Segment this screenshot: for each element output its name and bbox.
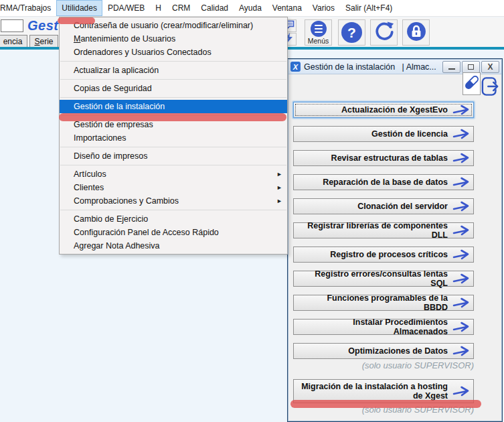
menu-separator	[60, 97, 286, 98]
action-button-actualizacion[interactable]: Actualización de XgestEvo	[293, 102, 474, 118]
menubar-item-ayuda[interactable]: Ayuda	[234, 0, 267, 16]
action-button-registro[interactable]: Registro de procesos críticos	[293, 247, 474, 263]
toolbar-input[interactable]	[1, 19, 23, 32]
menubar-item-varios[interactable]: Varios	[307, 0, 340, 16]
arrow-right-icon	[452, 273, 470, 284]
submenu-arrow-icon: ►	[276, 181, 282, 194]
app-root: RMA/TrabajosUtilidadesPDA/WEBHCRMCalidad…	[0, 0, 504, 422]
menu-separator	[60, 165, 286, 165]
gestion-instalacion-window: X Gestión de la instalación | Almac... X…	[287, 58, 503, 422]
menubar-item-ventana[interactable]: Ventana	[267, 0, 307, 16]
action-button-label: Clonación del servidor	[357, 202, 448, 211]
minimize-icon	[448, 68, 455, 70]
action-button-list: Actualización de XgestEvoGestión de lice…	[293, 102, 474, 422]
menu-bar: RMA/TrabajosUtilidadesPDA/WEBHCRMCalidad…	[0, 0, 504, 17]
close-icon: X	[487, 63, 493, 71]
menus-button[interactable]: Menús	[305, 19, 332, 46]
menu-item-mantenimiento-de-usuarios[interactable]: Mantenimiento de Usuarios	[60, 32, 287, 46]
action-button-clonacion[interactable]: Clonación del servidor	[293, 198, 474, 214]
lock-button[interactable]	[402, 19, 430, 46]
menu-item-actualizar-la-aplicacion[interactable]: Actualizar la aplicación	[60, 64, 287, 77]
page-title-partial: Gest	[27, 18, 58, 33]
maximize-button[interactable]	[462, 61, 480, 73]
minimize-button[interactable]	[442, 61, 460, 73]
menu-item-importaciones[interactable]: Importaciones	[60, 131, 287, 145]
close-button[interactable]: X	[481, 61, 499, 73]
menu-item-clientes[interactable]: Clientes►	[60, 181, 287, 194]
menu-item-articulos[interactable]: Artículos►	[60, 167, 287, 181]
exit-icon	[481, 76, 500, 99]
pill-button[interactable]	[463, 72, 481, 95]
menubar-item-rma-trabajos[interactable]: RMA/Trabajos	[0, 0, 56, 16]
arrow-right-icon	[452, 386, 470, 397]
action-button-label: Registro errores/consultas lentas SQL	[301, 269, 448, 288]
arrow-right-icon	[452, 346, 470, 356]
tab-licencia-partial[interactable]: encia	[0, 35, 27, 48]
action-button-optimizaciones[interactable]: Optimizaciones de Datos	[293, 343, 474, 359]
action-button-revisar[interactable]: Revisar estructuras de tablas	[293, 150, 474, 166]
menu-item-contrasena-de-usuario-crear-modificar-eliminar[interactable]: Contraseña de usuario (crear/modificar/e…	[60, 19, 287, 32]
action-button-registrar[interactable]: Registrar librerías de componentes DLL	[293, 222, 474, 238]
action-button-funciones[interactable]: Funciones programables de la BBDD	[293, 295, 474, 311]
menu-separator	[60, 210, 286, 210]
exit-button[interactable]	[481, 77, 500, 98]
action-button-migracion[interactable]: Migración de la instalación a hosting de…	[293, 379, 474, 403]
arrow-right-icon	[452, 225, 470, 236]
hamburger-menu-icon	[311, 21, 327, 37]
menu-separator	[60, 115, 286, 116]
submenu-arrow-icon: ►	[276, 194, 282, 208]
arrow-right-icon	[452, 104, 470, 115]
action-button-label: Registro de procesos críticos	[330, 250, 448, 259]
menu-separator	[60, 61, 286, 62]
menubar-item-calidad[interactable]: Calidad	[195, 0, 234, 16]
arrow-right-icon	[452, 249, 470, 260]
menubar-item-h[interactable]: H	[150, 0, 167, 16]
arrow-right-icon	[452, 129, 470, 139]
action-button-registro[interactable]: Registro errores/consultas lentas SQL	[293, 271, 474, 287]
help-icon: ?	[341, 22, 362, 43]
menu-item-configuracion-panel-de-acceso-rapido[interactable]: Configuración Panel de Acceso Rápido	[60, 226, 287, 239]
action-button-label: Funciones programables de la BBDD	[301, 293, 448, 312]
supervisor-note: (solo usuario SUPERVISOR)	[293, 360, 474, 371]
action-button-label: Instalar Procedimientos Almacenados	[301, 318, 448, 336]
menus-button-label: Menús	[308, 38, 329, 44]
utilidades-dropdown-menu: Contraseña de usuario (crear/modificar/e…	[59, 17, 288, 255]
arrow-right-icon	[452, 153, 470, 163]
menu-item-gestion-de-la-instalacion[interactable]: Gestión de la instalación	[60, 100, 287, 113]
menu-item-diseno-de-impresos[interactable]: Diseño de impresos	[60, 149, 287, 163]
menubar-item-pda-web[interactable]: PDA/WEB	[102, 0, 150, 16]
menu-separator	[60, 147, 286, 147]
arrow-right-icon	[452, 322, 470, 332]
submenu-arrow-icon: ►	[276, 167, 282, 181]
action-button-instalar[interactable]: Instalar Procedimientos Almacenados	[293, 319, 474, 335]
arrow-right-icon	[452, 177, 470, 188]
supervisor-note: (solo usuario SUPERVISOR)	[293, 405, 474, 415]
menu-item-cambio-de-ejercicio[interactable]: Cambio de Ejercicio	[60, 212, 287, 226]
tab-serie[interactable]: Serie	[29, 35, 58, 48]
action-button-gestion[interactable]: Gestión de licencia	[293, 126, 474, 142]
action-button-reparacion[interactable]: Reparación de la base de datos	[293, 174, 474, 190]
menubar-item-utilidades[interactable]: Utilidades	[56, 0, 102, 16]
menu-item-comprobaciones-y-cambios[interactable]: Comprobaciones y Cambios►	[60, 194, 287, 208]
arrow-right-icon	[452, 297, 470, 308]
xgest-logo-icon: X	[290, 62, 301, 72]
menu-item-ordenadores-y-usuarios-conectados[interactable]: Ordenadores y Usuarios Conectados	[60, 46, 287, 59]
refresh-button[interactable]	[370, 19, 398, 46]
menubar-item-salir-alt-f4[interactable]: Salir (Alt+F4)	[340, 0, 398, 16]
action-button-label: Migración de la instalación a hosting de…	[301, 382, 448, 401]
action-button-label: Registrar librerías de componentes DLL	[301, 221, 448, 240]
menubar-item-crm[interactable]: CRM	[167, 0, 195, 16]
action-button-label: Optimizaciones de Datos	[348, 346, 448, 356]
menu-item-agregar-nota-adhesiva[interactable]: Agregar Nota Adhesiva	[60, 239, 287, 253]
action-button-label: Revisar estructuras de tablas	[331, 153, 448, 163]
menu-item-gestion-de-empresas[interactable]: Gestión de empresas	[60, 118, 287, 131]
pill-icon	[464, 74, 480, 94]
action-button-label: Reparación de la base de datos	[323, 178, 448, 187]
arrow-right-icon	[452, 201, 470, 212]
menu-separator	[60, 79, 286, 80]
action-button-label: Gestión de licencia	[371, 129, 448, 139]
action-button-label: Actualización de XgestEvo	[341, 105, 448, 115]
help-button[interactable]: ?	[338, 19, 365, 46]
maximize-icon	[468, 64, 474, 70]
menu-item-copias-de-seguridad[interactable]: Copias de Seguridad	[60, 82, 287, 95]
